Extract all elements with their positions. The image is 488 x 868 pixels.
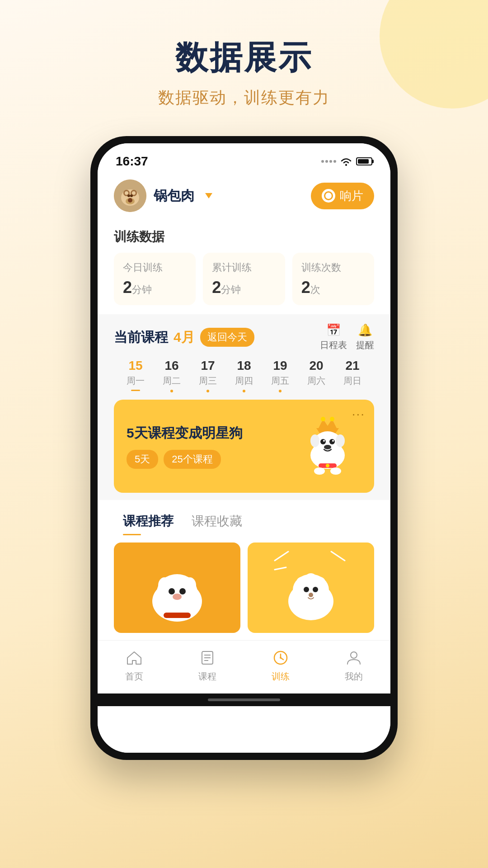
svg-point-26 (330, 467, 341, 475)
thumb-card-2[interactable] (248, 542, 374, 633)
return-today-button[interactable]: 返回今天 (200, 328, 254, 347)
svg-point-17 (336, 434, 345, 447)
thumb-card-1[interactable] (114, 542, 240, 633)
tab-course-favorites[interactable]: 课程收藏 (183, 507, 251, 535)
svg-point-5 (125, 191, 128, 195)
tabs-header: 课程推荐 课程收藏 (98, 500, 390, 535)
nav-item-home[interactable]: 首页 (124, 648, 144, 683)
cal-dot-18 (243, 390, 245, 392)
user-info[interactable]: 锅包肉 (114, 179, 212, 212)
training-section-title: 训练数据 (114, 228, 374, 245)
stat-label-total: 累计训练 (212, 261, 276, 274)
course-card-text: 5天课程变成明星狗 5天 25个课程 (127, 424, 294, 469)
book-icon (197, 648, 217, 668)
cal-day-21[interactable]: 21 周日 (336, 359, 369, 392)
course-dog-image (294, 412, 361, 480)
svg-point-6 (132, 191, 136, 195)
home-icon (124, 648, 144, 668)
reminder-action[interactable]: 🔔 提醒 (356, 323, 374, 351)
svg-point-9 (127, 194, 130, 197)
svg-point-44 (305, 573, 317, 586)
cal-day-20[interactable]: 20 周六 (300, 359, 333, 392)
nav-label-profile: 我的 (345, 670, 363, 683)
stat-card-count: 训练次数 2次 (292, 253, 374, 305)
course-thumbnails (98, 535, 390, 640)
svg-point-32 (169, 588, 175, 594)
svg-point-20 (323, 440, 325, 442)
cal-day-16[interactable]: 16 周二 (155, 359, 188, 392)
battery-icon (356, 157, 372, 165)
course-header-right: 📅 日程表 🔔 提醒 (320, 323, 374, 351)
wifi-icon (340, 156, 352, 166)
cal-date-18: 18 (237, 359, 251, 373)
status-icons (321, 156, 372, 166)
cal-dot-16 (170, 390, 173, 392)
cal-weekday-17: 周三 (199, 375, 217, 387)
phone-screen: 16:37 (98, 143, 390, 753)
phone-mockup: 16:37 (90, 136, 398, 760)
course-card-tags: 5天 25个课程 (127, 450, 294, 469)
cal-day-17[interactable]: 17 周三 (192, 359, 224, 392)
course-card[interactable]: ··· 5天课程变成明星狗 5天 25个课程 (114, 400, 374, 493)
cal-dot-17 (206, 390, 209, 392)
clicker-label: 响片 (340, 188, 363, 204)
course-section-title: 当前课程 (114, 328, 168, 347)
svg-point-0 (345, 164, 347, 166)
cal-weekday-19: 周五 (271, 375, 289, 387)
dropdown-arrow-icon (205, 193, 212, 198)
svg-point-22 (324, 445, 331, 449)
cal-weekday-21: 周日 (343, 375, 361, 387)
cal-weekday-18: 周四 (235, 375, 253, 387)
calendar-row: 15 周一 16 周二 17 周三 18 (114, 359, 374, 392)
svg-rect-35 (164, 613, 191, 618)
cal-day-18[interactable]: 18 周四 (228, 359, 260, 392)
nav-item-course[interactable]: 课程 (197, 648, 217, 683)
svg-point-12 (321, 417, 325, 421)
cal-date-19: 19 (273, 359, 287, 373)
status-bar: 16:37 (98, 143, 390, 172)
tab-favorites-label: 课程收藏 (192, 514, 242, 528)
stat-card-today: 今日训练 2分钟 (114, 253, 196, 305)
tab-active-underline (123, 534, 141, 535)
user-bar: 锅包肉 响片 (98, 172, 390, 219)
nav-item-train[interactable]: 训练 (271, 648, 291, 683)
course-section: 当前课程 4月 返回今天 📅 日程表 🔔 提醒 (98, 314, 390, 500)
page-title: 数据展示 (158, 36, 330, 80)
nav-item-profile[interactable]: 我的 (344, 648, 364, 683)
stats-grid: 今日训练 2分钟 累计训练 2分钟 训练次数 2次 (114, 253, 374, 305)
home-indicator (98, 693, 390, 706)
clicker-icon (322, 189, 335, 203)
home-bar (208, 698, 280, 701)
svg-point-45 (304, 587, 309, 592)
tabs-section: 课程推荐 课程收藏 (98, 500, 390, 640)
bell-icon: 🔔 (358, 323, 372, 337)
cal-weekday-15: 周一 (127, 375, 145, 387)
stat-label-count: 训练次数 (301, 261, 365, 274)
cal-active-indicator (131, 390, 140, 391)
tab-course-recommend[interactable]: 课程推荐 (114, 507, 183, 535)
bottom-nav: 首页 课程 (98, 640, 390, 693)
svg-point-47 (309, 593, 313, 597)
course-card-more-icon[interactable]: ··· (352, 407, 365, 421)
svg-point-55 (280, 657, 282, 659)
cal-dot-19 (279, 390, 282, 392)
tag-days: 5天 (127, 450, 158, 469)
stat-label-today: 今日训练 (123, 261, 187, 274)
svg-point-10 (130, 194, 133, 197)
stat-value-count: 2次 (301, 278, 365, 297)
clock-icon (271, 648, 291, 668)
tag-lessons: 25个课程 (164, 450, 221, 469)
user-name: 锅包肉 (154, 187, 194, 205)
schedule-action[interactable]: 📅 日程表 (320, 323, 347, 351)
page-header: 数据展示 数据驱动，训练更有力 (158, 36, 330, 109)
svg-point-46 (313, 587, 318, 592)
reminder-label: 提醒 (356, 339, 374, 351)
svg-point-25 (314, 467, 325, 475)
course-header: 当前课程 4月 返回今天 📅 日程表 🔔 提醒 (114, 323, 374, 351)
app-content: 锅包肉 响片 训练数据 今日训练 2分钟 (98, 172, 390, 753)
cal-day-19[interactable]: 19 周五 (264, 359, 296, 392)
svg-point-24 (326, 464, 329, 467)
cal-day-15[interactable]: 15 周一 (119, 359, 152, 392)
cal-weekday-20: 周六 (307, 375, 325, 387)
clicker-button[interactable]: 响片 (311, 183, 374, 209)
